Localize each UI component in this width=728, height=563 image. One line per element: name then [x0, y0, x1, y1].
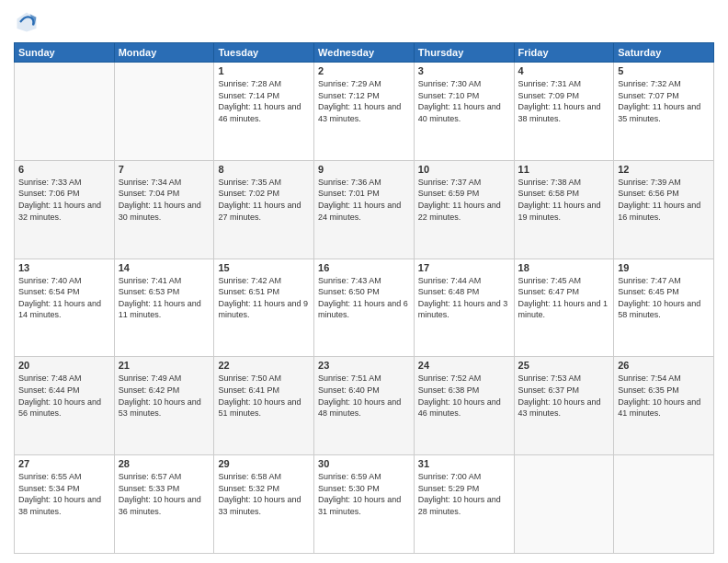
calendar-cell: 22Sunrise: 7:50 AM Sunset: 6:41 PM Dayli… [214, 357, 314, 455]
calendar-cell: 20Sunrise: 7:48 AM Sunset: 6:44 PM Dayli… [15, 357, 115, 455]
calendar-cell: 5Sunrise: 7:32 AM Sunset: 7:07 PM Daylig… [614, 63, 714, 161]
day-number: 2 [318, 65, 410, 76]
calendar-cell: 6Sunrise: 7:33 AM Sunset: 7:06 PM Daylig… [15, 160, 115, 259]
calendar-week-row: 20Sunrise: 7:48 AM Sunset: 6:44 PM Dayli… [15, 357, 714, 455]
calendar-cell: 3Sunrise: 7:30 AM Sunset: 7:10 PM Daylig… [414, 63, 514, 161]
day-info: Sunrise: 7:29 AM Sunset: 7:12 PM Dayligh… [318, 78, 410, 124]
calendar-week-row: 27Sunrise: 6:55 AM Sunset: 5:34 PM Dayli… [15, 455, 714, 554]
day-number: 15 [218, 262, 310, 273]
calendar-cell: 31Sunrise: 7:00 AM Sunset: 5:29 PM Dayli… [414, 455, 514, 554]
day-info: Sunrise: 7:28 AM Sunset: 7:14 PM Dayligh… [218, 78, 310, 124]
calendar-cell: 12Sunrise: 7:39 AM Sunset: 6:56 PM Dayli… [614, 160, 714, 259]
day-number: 25 [518, 360, 610, 371]
day-number: 23 [318, 360, 410, 371]
day-info: Sunrise: 7:32 AM Sunset: 7:07 PM Dayligh… [618, 78, 710, 124]
calendar-cell: 26Sunrise: 7:54 AM Sunset: 6:35 PM Dayli… [614, 357, 714, 455]
calendar-day-header: Thursday [414, 43, 514, 63]
day-info: Sunrise: 7:33 AM Sunset: 7:06 PM Dayligh… [18, 177, 110, 223]
day-number: 5 [618, 65, 710, 76]
calendar-week-row: 13Sunrise: 7:40 AM Sunset: 6:54 PM Dayli… [15, 259, 714, 357]
day-number: 26 [618, 360, 710, 371]
day-info: Sunrise: 7:30 AM Sunset: 7:10 PM Dayligh… [418, 78, 510, 124]
day-info: Sunrise: 7:45 AM Sunset: 6:47 PM Dayligh… [518, 275, 610, 321]
calendar-cell [114, 63, 214, 161]
day-info: Sunrise: 7:47 AM Sunset: 6:45 PM Dayligh… [618, 275, 710, 321]
calendar-day-header: Tuesday [214, 43, 314, 63]
calendar-cell: 7Sunrise: 7:34 AM Sunset: 7:04 PM Daylig… [114, 160, 214, 259]
calendar-cell: 23Sunrise: 7:51 AM Sunset: 6:40 PM Dayli… [314, 357, 415, 455]
calendar-cell: 15Sunrise: 7:42 AM Sunset: 6:51 PM Dayli… [214, 259, 314, 357]
day-info: Sunrise: 7:34 AM Sunset: 7:04 PM Dayligh… [119, 177, 210, 223]
calendar-cell: 16Sunrise: 7:43 AM Sunset: 6:50 PM Dayli… [314, 259, 415, 357]
calendar-cell: 13Sunrise: 7:40 AM Sunset: 6:54 PM Dayli… [15, 259, 115, 357]
day-number: 1 [218, 65, 310, 76]
day-number: 7 [119, 164, 210, 175]
calendar-cell: 28Sunrise: 6:57 AM Sunset: 5:33 PM Dayli… [114, 455, 214, 554]
calendar-cell: 11Sunrise: 7:38 AM Sunset: 6:58 PM Dayli… [514, 160, 614, 259]
calendar-cell: 18Sunrise: 7:45 AM Sunset: 6:47 PM Dayli… [514, 259, 614, 357]
day-number: 3 [418, 65, 510, 76]
day-info: Sunrise: 7:38 AM Sunset: 6:58 PM Dayligh… [518, 177, 610, 223]
calendar-cell: 25Sunrise: 7:53 AM Sunset: 6:37 PM Dayli… [514, 357, 614, 455]
day-number: 27 [18, 458, 110, 469]
calendar-cell: 27Sunrise: 6:55 AM Sunset: 5:34 PM Dayli… [15, 455, 115, 554]
day-info: Sunrise: 7:42 AM Sunset: 6:51 PM Dayligh… [218, 275, 310, 321]
day-number: 8 [218, 164, 310, 175]
day-info: Sunrise: 7:54 AM Sunset: 6:35 PM Dayligh… [618, 373, 710, 419]
day-info: Sunrise: 7:53 AM Sunset: 6:37 PM Dayligh… [518, 373, 610, 419]
calendar-table: SundayMondayTuesdayWednesdayThursdayFrid… [14, 42, 714, 554]
day-number: 11 [518, 164, 610, 175]
day-number: 31 [418, 458, 510, 469]
day-info: Sunrise: 7:49 AM Sunset: 6:42 PM Dayligh… [119, 373, 210, 419]
day-number: 21 [119, 360, 210, 371]
calendar-day-header: Wednesday [314, 43, 415, 63]
day-info: Sunrise: 6:57 AM Sunset: 5:33 PM Dayligh… [119, 471, 210, 517]
day-number: 6 [18, 164, 110, 175]
day-info: Sunrise: 7:40 AM Sunset: 6:54 PM Dayligh… [18, 275, 110, 321]
calendar-cell: 14Sunrise: 7:41 AM Sunset: 6:53 PM Dayli… [114, 259, 214, 357]
calendar-cell: 24Sunrise: 7:52 AM Sunset: 6:38 PM Dayli… [414, 357, 514, 455]
calendar-cell: 1Sunrise: 7:28 AM Sunset: 7:14 PM Daylig… [214, 63, 314, 161]
day-number: 29 [218, 458, 310, 469]
calendar-cell: 4Sunrise: 7:31 AM Sunset: 7:09 PM Daylig… [514, 63, 614, 161]
logo-icon [14, 9, 40, 35]
calendar-cell: 29Sunrise: 6:58 AM Sunset: 5:32 PM Dayli… [214, 455, 314, 554]
calendar-cell: 10Sunrise: 7:37 AM Sunset: 6:59 PM Dayli… [414, 160, 514, 259]
day-number: 10 [418, 164, 510, 175]
calendar-cell [15, 63, 115, 161]
day-info: Sunrise: 7:37 AM Sunset: 6:59 PM Dayligh… [418, 177, 510, 223]
day-info: Sunrise: 7:41 AM Sunset: 6:53 PM Dayligh… [119, 275, 210, 321]
day-number: 22 [218, 360, 310, 371]
calendar-cell: 8Sunrise: 7:35 AM Sunset: 7:02 PM Daylig… [214, 160, 314, 259]
calendar-day-header: Saturday [614, 43, 714, 63]
calendar-cell [514, 455, 614, 554]
day-number: 19 [618, 262, 710, 273]
day-info: Sunrise: 7:52 AM Sunset: 6:38 PM Dayligh… [418, 373, 510, 419]
calendar-cell: 19Sunrise: 7:47 AM Sunset: 6:45 PM Dayli… [614, 259, 714, 357]
day-number: 14 [119, 262, 210, 273]
calendar-day-header: Monday [114, 43, 214, 63]
calendar-cell: 17Sunrise: 7:44 AM Sunset: 6:48 PM Dayli… [414, 259, 514, 357]
day-number: 4 [518, 65, 610, 76]
day-info: Sunrise: 7:31 AM Sunset: 7:09 PM Dayligh… [518, 78, 610, 124]
day-number: 9 [318, 164, 410, 175]
calendar-week-row: 6Sunrise: 7:33 AM Sunset: 7:06 PM Daylig… [15, 160, 714, 259]
page: SundayMondayTuesdayWednesdayThursdayFrid… [0, 0, 728, 563]
day-info: Sunrise: 7:50 AM Sunset: 6:41 PM Dayligh… [218, 373, 310, 419]
calendar-cell [614, 455, 714, 554]
day-info: Sunrise: 7:35 AM Sunset: 7:02 PM Dayligh… [218, 177, 310, 223]
day-number: 30 [318, 458, 410, 469]
day-info: Sunrise: 7:00 AM Sunset: 5:29 PM Dayligh… [418, 471, 510, 517]
header [14, 9, 714, 35]
day-number: 20 [18, 360, 110, 371]
day-info: Sunrise: 7:48 AM Sunset: 6:44 PM Dayligh… [18, 373, 110, 419]
day-number: 18 [518, 262, 610, 273]
day-number: 28 [119, 458, 210, 469]
calendar-week-row: 1Sunrise: 7:28 AM Sunset: 7:14 PM Daylig… [15, 63, 714, 161]
day-info: Sunrise: 7:44 AM Sunset: 6:48 PM Dayligh… [418, 275, 510, 321]
day-info: Sunrise: 6:58 AM Sunset: 5:32 PM Dayligh… [218, 471, 310, 517]
calendar-cell: 30Sunrise: 6:59 AM Sunset: 5:30 PM Dayli… [314, 455, 415, 554]
day-number: 24 [418, 360, 510, 371]
day-info: Sunrise: 7:39 AM Sunset: 6:56 PM Dayligh… [618, 177, 710, 223]
day-info: Sunrise: 7:36 AM Sunset: 7:01 PM Dayligh… [318, 177, 410, 223]
